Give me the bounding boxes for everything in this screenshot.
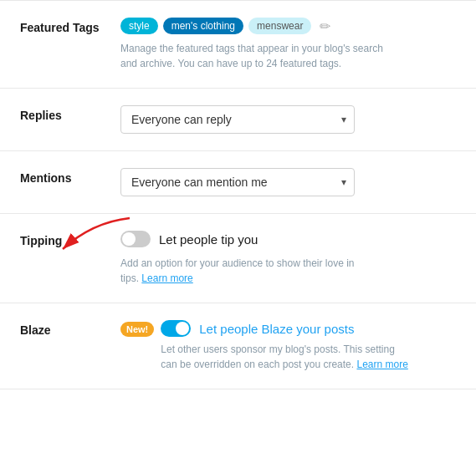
replies-select[interactable]: Everyone can reply Only people I follow … <box>120 105 355 134</box>
blaze-learn-more-link[interactable]: Learn more <box>356 359 407 370</box>
blaze-title: Let people Blaze your posts <box>199 322 354 336</box>
blaze-label: Blaze <box>20 320 120 337</box>
mentions-select[interactable]: Everyone can mention me Only people I fo… <box>120 168 355 196</box>
tag-menswear[interactable]: menswear <box>248 18 311 34</box>
featured-tags-content: style men's clothing menswear ✏ Manage t… <box>120 18 456 71</box>
mentions-select-wrapper: Everyone can mention me Only people I fo… <box>120 168 355 196</box>
featured-tags-row: Featured Tags style men's clothing mensw… <box>0 0 476 89</box>
tipping-learn-more-link[interactable]: Learn more <box>141 272 192 284</box>
tag-mens-clothing[interactable]: men's clothing <box>163 18 243 34</box>
tipping-label: Tipping <box>20 231 120 247</box>
tag-style[interactable]: style <box>120 18 158 34</box>
tipping-toggle[interactable] <box>120 231 151 247</box>
blaze-right-content: Let people Blaze your posts Let other us… <box>161 320 456 372</box>
mentions-content: Everyone can mention me Only people I fo… <box>120 168 456 196</box>
blaze-description: Let other users sponsor my blog's posts.… <box>161 342 412 372</box>
featured-tags-description: Manage the featured tags that appear in … <box>120 41 388 71</box>
tipping-toggle-row: Let people tip you <box>120 231 258 247</box>
replies-content: Everyone can reply Only people I follow … <box>120 105 456 134</box>
tipping-content: Let people tip you Add an option for you… <box>120 231 456 286</box>
tipping-row: Tipping Let people tip you Add an option… <box>0 214 476 303</box>
tags-container: style men's clothing menswear ✏ <box>120 18 456 34</box>
replies-label: Replies <box>20 105 120 122</box>
settings-panel: Featured Tags style men's clothing mensw… <box>0 0 476 389</box>
tipping-toggle-label: Let people tip you <box>159 232 258 247</box>
blaze-content: New! Let people Blaze your posts Let oth… <box>120 320 456 372</box>
tipping-toggle-slider <box>120 231 151 247</box>
tipping-description: Add an option for your audience to show … <box>120 256 371 286</box>
featured-tags-label: Featured Tags <box>20 18 120 34</box>
mentions-row: Mentions Everyone can mention me Only pe… <box>0 151 476 214</box>
edit-tags-icon[interactable]: ✏ <box>320 18 330 34</box>
blaze-toggle[interactable] <box>161 320 191 337</box>
replies-row: Replies Everyone can reply Only people I… <box>0 89 476 151</box>
blaze-toggle-slider <box>161 320 191 337</box>
mentions-label: Mentions <box>20 168 120 185</box>
replies-select-wrapper: Everyone can reply Only people I follow … <box>120 105 355 134</box>
blaze-row: Blaze New! Let people Blaze your posts L… <box>0 303 476 389</box>
blaze-toggle-row: Let people Blaze your posts <box>161 320 456 337</box>
blaze-new-badge: New! <box>120 322 154 337</box>
